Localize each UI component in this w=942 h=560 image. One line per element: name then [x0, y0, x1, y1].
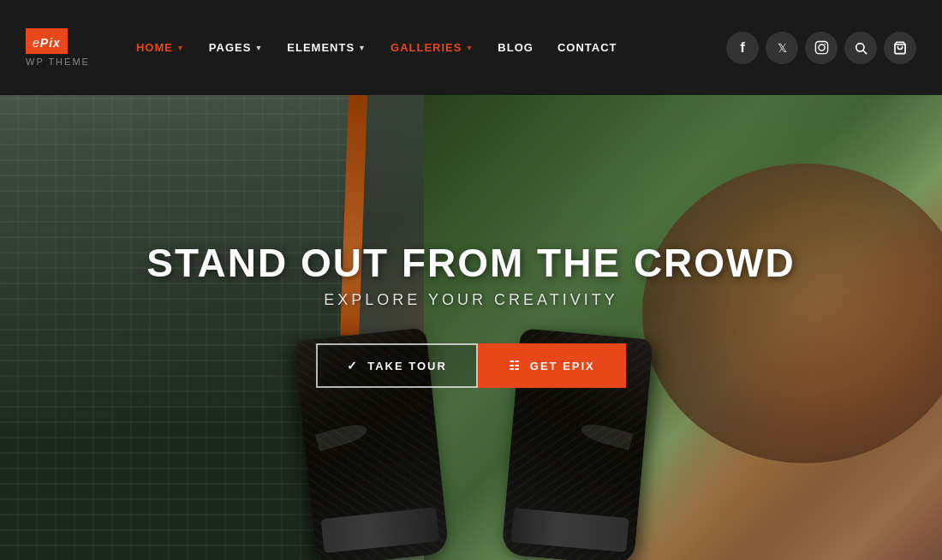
- nav-social: f 𝕏: [726, 32, 916, 64]
- chevron-down-icon: ✓: [347, 359, 359, 372]
- hero-title: STAND OUT FROM THE CROWD: [146, 241, 796, 285]
- get-epix-button[interactable]: ☷ GET EPIX: [478, 343, 626, 388]
- nav-item-home[interactable]: HOME ▼: [124, 41, 197, 54]
- logo[interactable]: ePix WP THEME: [26, 28, 90, 67]
- nav-item-pages[interactable]: PAGES ▼: [197, 41, 275, 54]
- cart-icon[interactable]: [884, 32, 916, 64]
- svg-line-4: [863, 51, 867, 54]
- epix-label: GET EPIX: [530, 360, 595, 372]
- search-icon[interactable]: [844, 32, 877, 64]
- nav-item-blog[interactable]: BLOG: [486, 41, 546, 54]
- tour-label: TAKE TOUR: [367, 360, 447, 372]
- nav-item-galleries[interactable]: GALLERIES ▼: [379, 41, 486, 54]
- elements-chevron-icon: ▼: [358, 44, 367, 52]
- pages-chevron-icon: ▼: [254, 44, 263, 52]
- cart-icon: ☷: [509, 359, 522, 372]
- svg-rect-0: [815, 41, 827, 53]
- svg-point-2: [824, 44, 826, 45]
- logo-brand: ePix: [26, 28, 68, 54]
- hero-buttons: ✓ TAKE TOUR ☷ GET EPIX: [316, 343, 626, 388]
- take-tour-button[interactable]: ✓ TAKE TOUR: [316, 343, 478, 388]
- home-chevron-icon: ▼: [176, 44, 185, 52]
- nav-item-elements[interactable]: ELEMENTS ▼: [275, 41, 379, 54]
- galleries-chevron-icon: ▼: [465, 44, 474, 52]
- hero-content: STAND OUT FROM THE CROWD EXPLORE YOUR CR…: [0, 95, 942, 560]
- logo-tagline: WP THEME: [26, 57, 90, 67]
- nav-links: HOME ▼ PAGES ▼ ELEMENTS ▼ GALLERIES ▼ BL…: [124, 41, 726, 54]
- navbar: ePix WP THEME HOME ▼ PAGES ▼ ELEMENTS ▼ …: [0, 0, 942, 95]
- svg-point-1: [818, 45, 824, 51]
- nav-item-contact[interactable]: CONTACT: [546, 41, 629, 54]
- facebook-icon[interactable]: f: [726, 32, 759, 64]
- hero-subtitle: EXPLORE YOUR CREATIVITY: [324, 291, 617, 309]
- twitter-icon[interactable]: 𝕏: [766, 32, 798, 64]
- instagram-icon[interactable]: [805, 32, 838, 64]
